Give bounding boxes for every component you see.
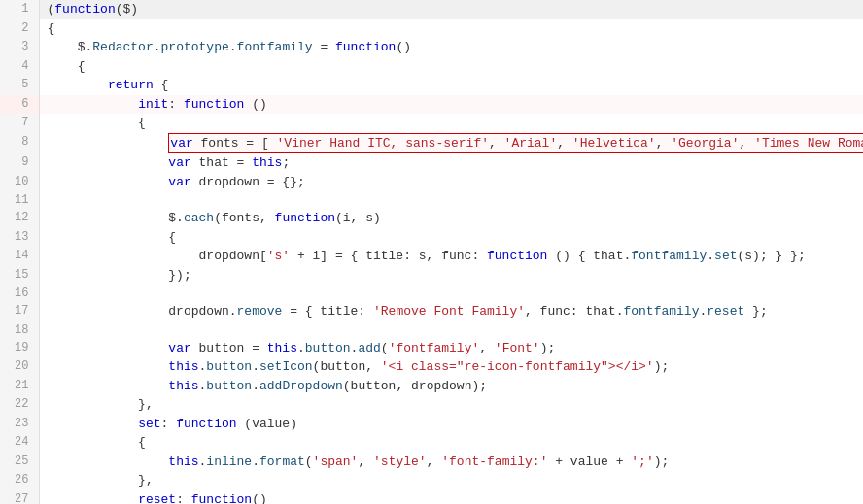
table-row: 5 return { — [0, 76, 863, 95]
code-table: 1 (function($) 2 { 3 $.Redactor.prototyp… — [0, 0, 863, 504]
table-row: 20 this.button.setIcon(button, '<i class… — [0, 357, 863, 377]
table-row: 19 var button = this.button.add('fontfam… — [0, 339, 863, 358]
line-code: $.each(fonts, function(i, s) — [39, 209, 863, 228]
table-row: 23 set: function (value) — [0, 415, 863, 434]
line-number: 20 — [0, 357, 39, 377]
line-code: init: function () — [39, 95, 863, 115]
line-code: dropdown['s' + i] = { title: s, func: fu… — [39, 247, 863, 266]
table-row: 24 { — [0, 433, 863, 453]
line-code: (function($) — [39, 0, 863, 19]
table-row: 11 — [0, 191, 863, 209]
line-code: var button = this.button.add('fontfamily… — [39, 339, 863, 358]
line-number: 21 — [0, 377, 39, 396]
line-number: 16 — [0, 285, 39, 302]
line-number: 24 — [0, 433, 39, 453]
line-number: 4 — [0, 57, 39, 77]
line-code: var that = this; — [39, 153, 863, 173]
table-row: 26 }, — [0, 471, 863, 490]
line-number: 14 — [0, 247, 39, 266]
line-number: 18 — [0, 321, 39, 339]
line-number: 27 — [0, 490, 39, 505]
line-code: { — [39, 57, 863, 77]
line-code: $.Redactor.prototype.fontfamily = functi… — [39, 38, 863, 57]
table-row: 8 var fonts = [ 'Viner Hand ITC, sans-se… — [0, 133, 863, 154]
line-code: reset: function() — [39, 490, 863, 505]
line-number: 5 — [0, 76, 39, 95]
line-number: 19 — [0, 339, 39, 358]
line-code: this.button.setIcon(button, '<i class="r… — [39, 357, 863, 377]
line-code — [39, 321, 863, 339]
table-row: 7 { — [0, 114, 863, 133]
table-row: 22 }, — [0, 395, 863, 415]
line-code: }, — [39, 395, 863, 415]
table-row: 3 $.Redactor.prototype.fontfamily = func… — [0, 38, 863, 57]
line-number: 11 — [0, 191, 39, 209]
line-code: return { — [39, 76, 863, 95]
line-code: set: function (value) — [39, 415, 863, 434]
line-number: 22 — [0, 395, 39, 415]
line-number: 10 — [0, 173, 39, 192]
line-code: }); — [39, 266, 863, 286]
line-number: 9 — [0, 153, 39, 173]
line-number: 12 — [0, 209, 39, 228]
table-row: 25 this.inline.format('span', 'style', '… — [0, 453, 863, 472]
line-code: { — [39, 19, 863, 39]
table-row: 12 $.each(fonts, function(i, s) — [0, 209, 863, 228]
line-code: { — [39, 433, 863, 453]
line-code: }, — [39, 471, 863, 490]
table-row: 13 { — [0, 228, 863, 248]
line-number: 23 — [0, 415, 39, 434]
table-row: 21 this.button.addDropdown(button, dropd… — [0, 377, 863, 396]
line-code: this.inline.format('span', 'style', 'fon… — [39, 453, 863, 472]
line-number: 25 — [0, 453, 39, 472]
line-code: var dropdown = {}; — [39, 173, 863, 192]
line-number: 3 — [0, 38, 39, 57]
line-number: 2 — [0, 19, 39, 39]
line-code: this.button.addDropdown(button, dropdown… — [39, 377, 863, 396]
table-row: 2 { — [0, 19, 863, 39]
line-number: 15 — [0, 266, 39, 286]
line-number: 26 — [0, 471, 39, 490]
line-number: 17 — [0, 302, 39, 321]
line-number: 7 — [0, 114, 39, 133]
table-row: 27 reset: function() — [0, 490, 863, 505]
line-code: dropdown.remove = { title: 'Remove Font … — [39, 302, 863, 321]
line-number: 6 — [0, 95, 39, 115]
line-number: 13 — [0, 228, 39, 248]
line-code: var fonts = [ 'Viner Hand ITC, sans-seri… — [39, 133, 863, 154]
line-number: 8 — [0, 133, 39, 154]
line-number: 1 — [0, 0, 39, 19]
table-row: 6 init: function () — [0, 95, 863, 115]
table-row: 4 { — [0, 57, 863, 77]
table-row: 16 — [0, 285, 863, 302]
line-code — [39, 285, 863, 302]
table-row: 18 — [0, 321, 863, 339]
line-code: { — [39, 228, 863, 248]
table-row: 15 }); — [0, 266, 863, 286]
code-editor[interactable]: 1 (function($) 2 { 3 $.Redactor.prototyp… — [0, 0, 863, 504]
line-code — [39, 191, 863, 209]
table-row: 1 (function($) — [0, 0, 863, 19]
table-row: 17 dropdown.remove = { title: 'Remove Fo… — [0, 302, 863, 321]
table-row: 9 var that = this; — [0, 153, 863, 173]
table-row: 14 dropdown['s' + i] = { title: s, func:… — [0, 247, 863, 266]
line-code: { — [39, 114, 863, 133]
table-row: 10 var dropdown = {}; — [0, 173, 863, 192]
